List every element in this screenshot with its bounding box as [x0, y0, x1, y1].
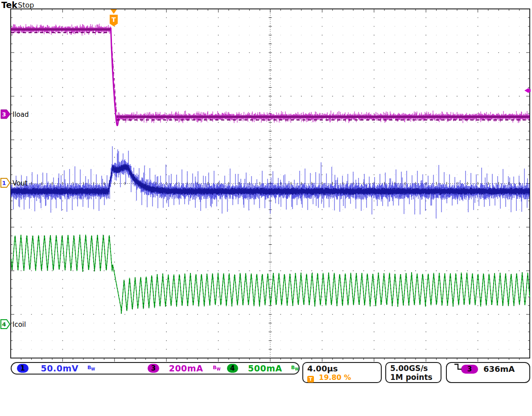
ch3-marker-number: 3 — [2, 111, 6, 118]
ch3-scale-readout: 200mA — [169, 363, 203, 373]
ch1-marker-number: 1 — [2, 180, 6, 186]
ch3-position-marker[interactable]: 3 — [1, 110, 10, 119]
trigger-flag-label: T — [111, 16, 116, 23]
acquisition-readout-box: 5.00GS/s 1M points — [385, 362, 441, 383]
sample-rate-readout: 5.00GS/s — [390, 364, 441, 373]
trigger-position-flag-icon[interactable]: T — [110, 9, 118, 26]
trigger-source-badge: 3 — [461, 365, 478, 374]
trigger-position-readout: 19.80 % — [319, 373, 351, 382]
ch3-badge: 3 — [148, 364, 159, 373]
ch4-badge: 4 — [227, 364, 239, 373]
record-length-readout: 1M points — [390, 373, 441, 382]
ch4-label: Icoil — [12, 321, 26, 329]
trigger-readout-box: 3 636mA — [446, 362, 530, 383]
falling-edge-icon — [454, 363, 462, 371]
ch3-bandwidth-icon: BW — [213, 365, 220, 371]
timebase-readout-box: 4.00µs T 19.80 % — [302, 362, 382, 383]
waveform-display: T 3 Iload 1 Vout 4 Icoil — [0, 0, 532, 388]
ch1-badge: 1 — [17, 364, 29, 373]
ch4-scale-readout: 500mA — [248, 363, 282, 373]
oscilloscope-screen: { "header": { "brand": "Tek", "status": … — [0, 0, 532, 416]
ch4-bandwidth-icon: BW — [291, 365, 299, 371]
timebase-scale: 4.00µs — [307, 364, 338, 373]
ch1-waveform-core — [11, 164, 529, 195]
ch3-label: Iload — [12, 111, 29, 119]
ch1-scale-readout: 50.0mV — [41, 363, 78, 373]
ch1-bandwidth-icon: BW — [87, 365, 95, 371]
ch4-position-marker[interactable]: 4 — [1, 320, 10, 329]
trigger-t-icon: T — [307, 376, 314, 383]
trigger-level-readout: 636mA — [483, 364, 515, 374]
ch1-position-marker[interactable]: 1 — [1, 178, 10, 187]
channel-readout-box: 1 50.0mV BW 3 200mA BW 4 500mA BW — [11, 362, 300, 375]
ch1-label: Vout — [12, 179, 28, 187]
ch4-marker-number: 4 — [2, 321, 6, 328]
